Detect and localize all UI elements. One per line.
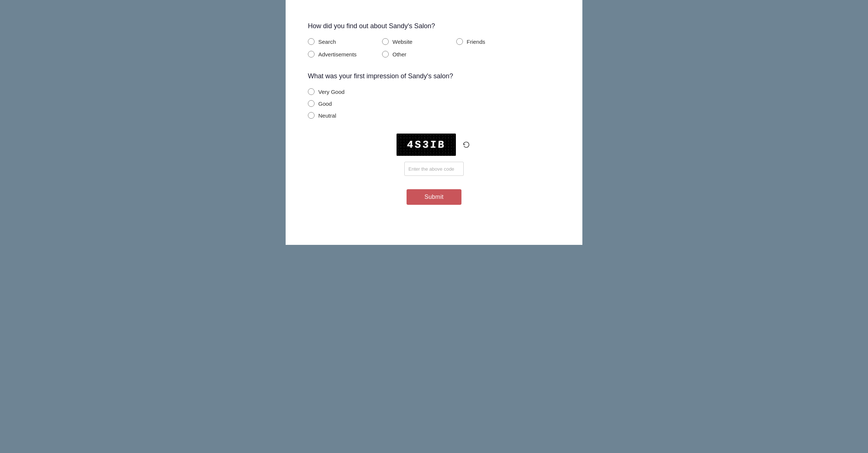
form-container: How did you find out about Sandy's Salon… (286, 0, 582, 245)
radio-other[interactable] (382, 51, 389, 58)
page-wrapper: How did you find out about Sandy's Salon… (0, 0, 868, 453)
label-very-good: Very Good (318, 89, 345, 95)
captcha-code: 4S3IB (407, 139, 446, 151)
submit-button[interactable]: Submit (407, 189, 461, 205)
label-other: Other (392, 51, 407, 58)
question-1-title: How did you find out about Sandy's Salon… (308, 22, 560, 30)
radio-search[interactable] (308, 38, 315, 45)
label-friends: Friends (467, 39, 485, 45)
label-search: Search (318, 39, 336, 45)
label-website: Website (392, 39, 412, 45)
option-search[interactable]: Search (308, 38, 382, 45)
option-good[interactable]: Good (308, 100, 560, 107)
captcha-section: 4S3IB Submit (308, 134, 560, 205)
captcha-row: 4S3IB (397, 134, 471, 156)
radio-good[interactable] (308, 100, 315, 107)
option-friends[interactable]: Friends (456, 38, 530, 45)
label-good: Good (318, 101, 332, 107)
question-2-title: What was your first impression of Sandy'… (308, 72, 560, 80)
option-other[interactable]: Other (382, 51, 456, 58)
question-2-options: Very Good Good Neutral (308, 88, 560, 119)
radio-friends[interactable] (456, 38, 463, 45)
captcha-input[interactable] (404, 162, 464, 176)
refresh-icon (462, 141, 470, 149)
label-advertisements: Advertisements (318, 51, 356, 58)
submit-section: Submit (407, 189, 461, 205)
question-2-section: What was your first impression of Sandy'… (308, 72, 560, 119)
option-very-good[interactable]: Very Good (308, 88, 560, 95)
option-advertisements[interactable]: Advertisements (308, 51, 382, 58)
radio-website[interactable] (382, 38, 389, 45)
option-neutral[interactable]: Neutral (308, 112, 560, 119)
label-neutral: Neutral (318, 112, 336, 119)
question-1-options: Search Website Friends Advertisements Ot… (308, 38, 560, 58)
refresh-captcha-button[interactable] (461, 139, 471, 150)
radio-very-good[interactable] (308, 88, 315, 95)
option-website[interactable]: Website (382, 38, 456, 45)
radio-advertisements[interactable] (308, 51, 315, 58)
radio-neutral[interactable] (308, 112, 315, 119)
captcha-image: 4S3IB (397, 134, 456, 156)
question-1-section: How did you find out about Sandy's Salon… (308, 22, 560, 58)
